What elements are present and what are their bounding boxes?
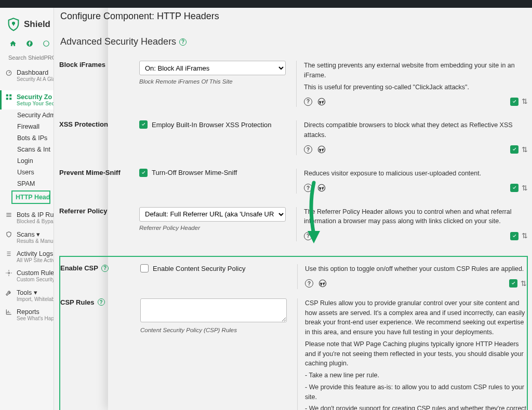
help-icon[interactable]: ? (179, 38, 187, 46)
grid-icon (5, 93, 12, 101)
svg-rect-6 (6, 94, 8, 97)
textarea-csp-rules[interactable] (140, 298, 287, 322)
wrench-icon (5, 289, 12, 296)
info-icon[interactable]: ? (304, 184, 312, 192)
row-xss: XSS Protection Employ Built-In Browser X… (59, 118, 528, 167)
nav-sub-firewall[interactable]: Firewall (0, 121, 54, 132)
help-icon[interactable]: ? (98, 298, 105, 306)
status-check-icon (510, 184, 518, 192)
nav-dashboard[interactable]: Dashboard Security At A Glan (0, 66, 54, 85)
sort-icon[interactable]: ⇅ (522, 230, 528, 241)
nav-custom-rule[interactable]: Custom RuleCustom Security R (0, 266, 54, 285)
checkbox-xss[interactable]: Employ Built-In Browser XSS Protection (139, 120, 286, 129)
nav-activity-logs[interactable]: Activity LogsAll WP Site Activity (0, 247, 54, 266)
nav-sub-bots-ips[interactable]: Bots & IPs (0, 132, 54, 144)
sidebar: Shield Search ShieldPRO Dashboard Securi… (0, 8, 54, 410)
shield-logo-icon (6, 17, 21, 32)
nav-sub-http-headers[interactable]: HTTP Head (11, 190, 50, 204)
label-block-iframes: Block iFrames (59, 61, 139, 69)
brand: Shield (0, 14, 54, 39)
row-csp-rules: CSP Rules? Content Security Policy (CSP)… (60, 296, 527, 410)
section-title: Advanced Security Headers ? (60, 36, 528, 47)
label-referrer: Referrer Policy (59, 207, 139, 215)
list-icon (5, 250, 12, 257)
select-referrer[interactable]: Default: Full Referrer URL (aka 'Unsafe … (139, 207, 286, 222)
row-enable-csp: Enable CSP? Enable Content Security Poli… (60, 262, 527, 296)
info-icon[interactable]: ? (304, 98, 312, 106)
status-check-icon (509, 279, 517, 288)
checkbox-mime[interactable]: Turn-Off Browser Mime-Sniff (139, 169, 286, 177)
svg-point-10 (8, 272, 10, 274)
svg-point-3 (44, 41, 49, 47)
wp-admin-bar[interactable] (0, 0, 532, 8)
csp-highlight-box: Enable CSP? Enable Content Security Poli… (59, 256, 528, 410)
gauge-icon (5, 69, 12, 76)
sort-icon[interactable]: ⇅ (522, 183, 528, 194)
svg-rect-9 (9, 98, 11, 100)
nav-reports[interactable]: ReportsSee What's Happe (0, 305, 54, 324)
page-title: Configure Component: HTTP Headers (60, 11, 528, 22)
nav-sub-security-admin[interactable]: Security Adm (0, 110, 54, 121)
chart-icon (5, 308, 12, 316)
search-row[interactable]: Search ShieldPRO (0, 54, 54, 66)
home-icon[interactable] (9, 40, 17, 47)
label-mime: Prevent Mime-Sniff (59, 169, 139, 176)
nav-sub-login[interactable]: Login (0, 155, 54, 167)
svg-point-5 (6, 71, 11, 75)
nav-sub-users[interactable]: Users (0, 167, 54, 178)
brand-text: Shield (24, 19, 50, 30)
facebook-icon[interactable] (26, 40, 33, 47)
sliders-icon (5, 211, 12, 218)
nav-bots-ip-rules[interactable]: Bots & IP RuBlocked & Bypass (0, 208, 54, 227)
svg-rect-7 (9, 94, 11, 97)
gear-icon (5, 269, 12, 277)
shield-small-icon (5, 231, 12, 238)
nav-security-zones[interactable]: Security Zo Setup Your Securi (0, 90, 54, 110)
nav-tools[interactable]: Tools ▾Import, Whitelabe (0, 285, 54, 305)
globe-icon[interactable] (43, 40, 50, 47)
sublabel-csp-rules: Content Security Policy (CSP) Rules (140, 327, 287, 333)
wordpress-icon[interactable] (317, 98, 326, 106)
nav-scans[interactable]: Scans ▾Results & Manua (0, 227, 54, 247)
help-icon[interactable]: ? (101, 265, 109, 272)
quick-links (0, 39, 54, 54)
select-block-iframes[interactable]: On: Block All iFrames (139, 61, 286, 75)
nav-sub-scans-int[interactable]: Scans & Int (0, 144, 54, 155)
label-enable-csp: Enable CSP? (60, 264, 140, 272)
sublabel-block-iframes: Block Remote iFrames Of This Site (139, 78, 286, 85)
status-check-icon (510, 145, 518, 154)
status-check-icon (510, 232, 518, 240)
sort-icon[interactable]: ⇅ (522, 96, 528, 107)
svg-rect-8 (6, 98, 8, 100)
sort-icon[interactable]: ⇅ (522, 144, 528, 155)
row-block-iframes: Block iFrames On: Block All iFrames Bloc… (59, 59, 528, 118)
label-xss: XSS Protection (59, 120, 139, 128)
sublabel-referrer: Referrer Policy Header (139, 225, 286, 231)
search-placeholder: Search ShieldPRO (8, 54, 54, 61)
sort-icon[interactable]: ⇅ (521, 278, 527, 289)
wordpress-icon[interactable] (317, 145, 326, 154)
label-csp-rules: CSP Rules? (60, 298, 140, 306)
main-content: Configure Component: HTTP Headers Advanc… (54, 8, 532, 410)
wordpress-icon[interactable] (318, 279, 327, 288)
row-referrer: Referrer Policy Default: Full Referrer U… (59, 205, 528, 253)
status-check-icon (510, 98, 518, 106)
info-icon[interactable]: ? (304, 145, 312, 154)
svg-rect-1 (13, 23, 14, 26)
row-mime: Prevent Mime-Sniff Turn-Off Browser Mime… (59, 167, 528, 205)
nav-sub-spam[interactable]: SPAM (0, 178, 54, 189)
info-icon[interactable]: ? (304, 232, 312, 240)
checkbox-enable-csp[interactable]: Enable Content Security Policy (140, 264, 287, 272)
wordpress-icon[interactable] (317, 184, 326, 192)
info-icon[interactable]: ? (305, 279, 313, 288)
